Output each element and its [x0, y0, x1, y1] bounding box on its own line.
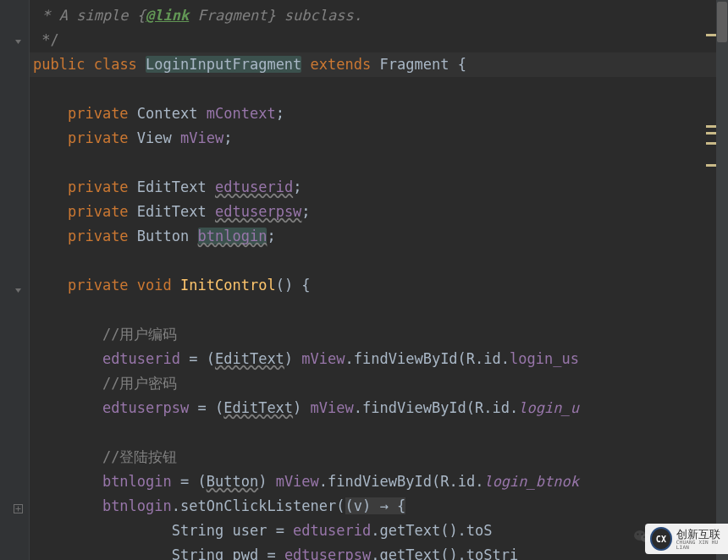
method-call: findViewById: [328, 473, 432, 490]
method-call: toS: [466, 522, 493, 539]
field-ref: id: [493, 399, 510, 416]
class-ref: R: [466, 350, 475, 367]
logo-initial: CX: [656, 527, 666, 552]
marker-stripe[interactable]: [704, 0, 716, 560]
method-name: InitControl: [180, 277, 276, 294]
code-line[interactable]: btnlogin = (Button) mView.findViewById(R…: [30, 469, 728, 494]
field-name-warn: edtuserid: [215, 178, 293, 195]
logo-en-text: CHUANG XIN HU LIAN: [676, 540, 728, 550]
field-ref: btnlogin: [102, 497, 172, 514]
class-ref: R: [475, 399, 483, 416]
code-editor[interactable]: * A simple {@link Fragment} subclass. */…: [30, 0, 728, 560]
resource-id: login_us: [510, 350, 579, 367]
method-call: toStri: [466, 546, 518, 560]
doc-comment: } subclass.: [267, 7, 362, 24]
keyword-private: private: [68, 203, 129, 220]
field-ref: mView: [276, 473, 319, 490]
scrollbar-thumb[interactable]: [717, 2, 727, 42]
keyword-private: private: [68, 129, 129, 146]
field-ref: id: [483, 350, 500, 367]
marker-warning[interactable]: [706, 132, 716, 135]
doc-tag: @link: [146, 7, 189, 24]
logo-cn-text: 创新互联: [676, 529, 728, 540]
cast-type: Button: [207, 473, 258, 490]
local-var: pwd: [232, 546, 258, 560]
code-line[interactable]: String user = edtuserid.getText().toS: [30, 519, 728, 543]
field-ref: mView: [311, 399, 354, 416]
code-line[interactable]: edtuserpsw = (EditText) mView.findViewBy…: [30, 396, 728, 420]
keyword-private: private: [68, 105, 129, 122]
scrollbar-vertical[interactable]: [716, 0, 728, 560]
code-line[interactable]: edtuserid = (EditText) mView.findViewByI…: [30, 347, 728, 371]
cast-type: EditText: [223, 399, 293, 416]
method-call: findViewById: [354, 350, 458, 367]
code-line[interactable]: [30, 77, 728, 102]
keyword-class: class: [94, 56, 137, 73]
code-line[interactable]: private EditText edtuserpsw;: [30, 200, 728, 224]
method-call: getText: [379, 522, 440, 539]
keyword-private: private: [68, 277, 129, 294]
type: Button: [137, 228, 189, 244]
logo-badge: CX 创新互联 CHUANG XIN HU LIAN: [645, 524, 728, 554]
doc-ref: Fragment: [189, 7, 267, 24]
code-line[interactable]: btnlogin.setOnClickListener((v) → {: [30, 494, 728, 519]
keyword-extends: extends: [311, 56, 372, 73]
field-ref: edtuserid: [293, 522, 371, 539]
code-line[interactable]: private Context mContext;: [30, 102, 728, 126]
line-comment: //登陆按钮: [102, 448, 177, 465]
code-line-current[interactable]: public class LoginInputFragment extends …: [30, 52, 728, 77]
type: Context: [137, 105, 198, 122]
resource-id: login_btnok: [483, 473, 579, 490]
marker-warning[interactable]: [706, 164, 716, 167]
svg-point-3: [637, 533, 639, 535]
type: EditText: [137, 203, 207, 220]
fold-expand-icon[interactable]: [12, 502, 24, 514]
keyword-private: private: [68, 178, 129, 195]
doc-comment-end: */: [33, 31, 59, 48]
code-line[interactable]: [30, 420, 728, 445]
code-line[interactable]: //用户密码: [30, 371, 728, 396]
code-line[interactable]: [30, 298, 728, 322]
method-call: findViewById: [362, 399, 466, 416]
type: EditText: [137, 178, 207, 195]
field-name: mContext: [207, 105, 276, 122]
marker-warning[interactable]: [706, 142, 716, 145]
field-ref: btnlogin: [102, 473, 172, 490]
type: String: [172, 546, 223, 560]
field-ref: id: [458, 473, 475, 490]
logo-text: 创新互联 CHUANG XIN HU LIAN: [676, 529, 728, 550]
method-call: getText: [379, 546, 440, 560]
code-line[interactable]: //用户编码: [30, 322, 728, 347]
code-line[interactable]: */: [30, 28, 728, 52]
code-line[interactable]: private void InitControl() {: [30, 273, 728, 298]
editor-container: * A simple {@link Fragment} subclass. */…: [0, 0, 728, 560]
cast-type: EditText: [215, 350, 284, 367]
resource-id: login_u: [518, 399, 579, 416]
code-line[interactable]: [30, 249, 728, 273]
keyword-public: public: [33, 56, 85, 73]
marker-warning[interactable]: [706, 34, 716, 36]
type: String: [172, 522, 223, 539]
code-line[interactable]: [30, 151, 728, 175]
field-name-warn: edtuserpsw: [215, 203, 301, 220]
code-line[interactable]: private Button btnlogin;: [30, 224, 728, 249]
keyword-void: void: [137, 277, 172, 294]
fold-toggle-icon[interactable]: [12, 284, 24, 296]
marker-warning[interactable]: [706, 125, 716, 128]
code-line[interactable]: private View mView;: [30, 126, 728, 151]
logo-circle-icon: CX: [650, 527, 672, 551]
code-line[interactable]: * A simple {@link Fragment} subclass.: [30, 3, 728, 28]
field-name-selected: btnlogin: [198, 228, 267, 244]
method-call: setOnClickListener: [180, 497, 336, 514]
parent-class: Fragment: [380, 56, 449, 73]
code-line[interactable]: String pwd = edtuserpsw.getText().toStri: [30, 543, 728, 560]
svg-point-4: [642, 533, 643, 535]
gutter[interactable]: [0, 0, 30, 560]
class-ref: R: [440, 473, 449, 490]
code-line[interactable]: //登陆按钮: [30, 445, 728, 469]
fold-toggle-icon[interactable]: [12, 36, 24, 47]
doc-comment: * A simple {: [33, 7, 146, 24]
line-comment: //用户编码: [102, 326, 177, 343]
code-line[interactable]: private EditText edtuserid;: [30, 175, 728, 200]
field-ref: mView: [301, 350, 345, 367]
